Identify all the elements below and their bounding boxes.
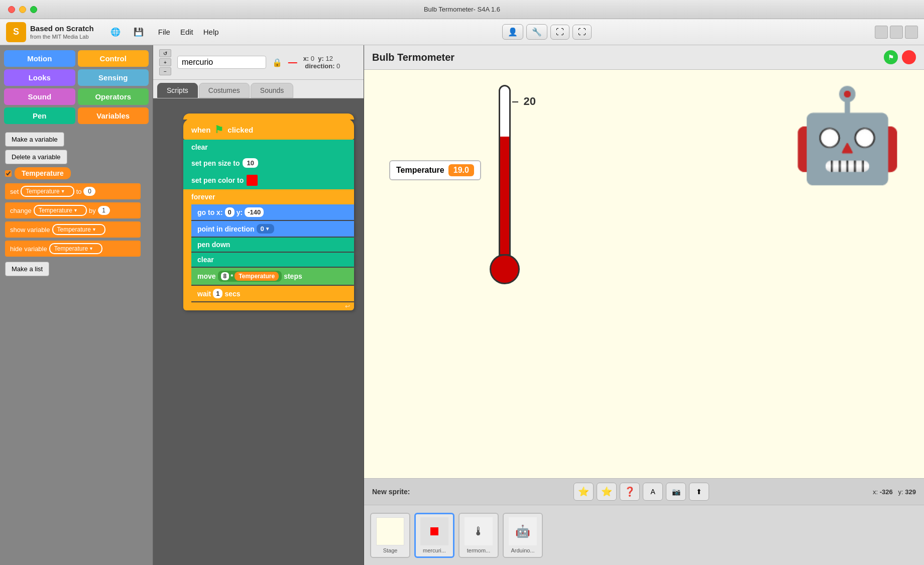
make-variable-button[interactable]: Make a variable [5, 132, 64, 147]
set-variable-block[interactable]: set Temperature to 0 [5, 183, 141, 199]
make-variable-btn-row: Make a variable [5, 132, 148, 150]
minimize-button[interactable] [19, 6, 26, 13]
window-title: Bulb Termometer- S4A 1.6 [424, 6, 500, 13]
thermo-tube-wrapper: 20 [499, 85, 511, 256]
show-variable-block[interactable]: show variable Temperature [5, 221, 141, 238]
new-sprite-upload-btn[interactable]: ⬆ [689, 483, 709, 501]
sprite-thumb-arduino[interactable]: 🤖 Arduino... [503, 513, 543, 558]
forever-bottom: ↩ [183, 302, 354, 310]
layout-btn2[interactable]: ⛶ [572, 25, 592, 40]
save-icon[interactable]: 💾 [131, 25, 146, 40]
sprite-thumb-mercurio[interactable]: mercuri... [414, 513, 454, 558]
view-btn-3[interactable] [905, 26, 918, 39]
user-icon-btn[interactable]: 👤 [502, 24, 523, 40]
tab-costumes[interactable]: Costumes [199, 83, 250, 98]
sprite-nav-refresh[interactable]: ↺ [159, 49, 171, 57]
set-pen-color-block[interactable]: set pen color to [183, 171, 354, 189]
new-sprite-paint-btn[interactable]: ⭐ [573, 483, 594, 501]
globe-icon[interactable]: 🌐 [108, 25, 123, 40]
settings-btn[interactable]: 🔧 [526, 24, 547, 40]
view-btn-2[interactable] [890, 26, 903, 39]
category-motion[interactable]: Motion [4, 50, 75, 67]
move-formula: 8 * Temperature [218, 271, 282, 282]
pen-size-value[interactable]: 10 [243, 158, 258, 168]
change-var-dropdown[interactable]: Temperature [34, 205, 87, 216]
category-buttons: Motion Control Looks Sensing Sound Opera… [0, 45, 153, 129]
change-value-input[interactable]: 1 [98, 206, 110, 215]
set-pen-size-block[interactable]: set pen size to 10 [183, 155, 354, 171]
times-value[interactable]: 8 [221, 272, 229, 280]
file-menu[interactable]: File [158, 28, 170, 36]
show-var-dropdown[interactable]: Temperature [52, 224, 105, 235]
point-direction-block[interactable]: point in direction 0▼ [191, 221, 354, 237]
category-looks[interactable]: Looks [4, 69, 75, 86]
new-sprite-buttons: ⭐ ⭐ ❓ A 📷 ⬆ [573, 483, 709, 501]
forever-block-header[interactable]: forever [183, 189, 354, 204]
go-y-value[interactable]: -140 [245, 207, 264, 217]
thermo-bulb [490, 254, 520, 284]
pen-down-block[interactable]: pen down [191, 238, 354, 252]
close-button[interactable] [8, 6, 15, 13]
forever-inner: go to x: 0 y: -140 point in direction 0▼ [191, 204, 354, 302]
edit-menu[interactable]: Edit [180, 28, 193, 36]
go-to-block[interactable]: go to x: 0 y: -140 [191, 204, 354, 220]
new-sprite-label: New sprite: [372, 488, 410, 496]
category-pen[interactable]: Pen [4, 107, 75, 124]
category-sensing[interactable]: Sensing [78, 69, 149, 86]
category-control[interactable]: Control [78, 50, 149, 67]
fullscreen-btn[interactable]: ⛶ [550, 25, 569, 40]
red-dash: — [288, 57, 297, 68]
category-variables[interactable]: Variables [78, 107, 149, 124]
green-flag-button[interactable]: ⚑ [884, 50, 898, 64]
set-to-label: to [76, 188, 82, 195]
hide-variable-block[interactable]: hide variable Temperature [5, 241, 141, 257]
new-sprite-stamp-btn[interactable]: ⭐ [597, 483, 617, 501]
category-operators[interactable]: Operators [78, 88, 149, 105]
temperature-display: Temperature 19.0 [389, 160, 481, 180]
script-block-group: when ⚑ clicked clear set pen size to 10 [183, 119, 354, 310]
change-label: change [10, 207, 32, 214]
red-stop-button[interactable] [902, 50, 916, 64]
tab-scripts[interactable]: Scripts [157, 83, 198, 98]
clear-block-1[interactable]: clear [183, 140, 354, 155]
new-sprite-camera-btn[interactable]: 📷 [666, 483, 686, 501]
hide-var-dropdown[interactable]: Temperature [49, 243, 102, 254]
when-flag-clicked-block[interactable]: when ⚑ clicked [183, 119, 354, 140]
go-x-value[interactable]: 0 [225, 207, 235, 217]
stage-x: -326 [880, 488, 893, 496]
stage-header: Bulb Termometer ⚑ [364, 45, 924, 70]
set-var-dropdown[interactable]: Temperature [21, 186, 74, 197]
delete-variable-button[interactable]: Delete a variable [5, 150, 67, 164]
temperature-checkbox[interactable] [5, 170, 12, 177]
view-buttons [875, 26, 918, 39]
sprite-nav-up[interactable]: + [159, 58, 171, 66]
new-sprite-file-btn[interactable]: A [643, 483, 663, 501]
clear-block-2[interactable]: clear [191, 253, 354, 267]
temperature-var-block[interactable]: Temperature [235, 272, 279, 281]
wait-value[interactable]: 1 [213, 289, 222, 298]
wait-block[interactable]: wait 1 secs [191, 286, 354, 301]
menu-items: File Edit Help [158, 28, 219, 36]
make-list-button[interactable]: Make a list [5, 262, 49, 276]
forever-label: forever [191, 193, 215, 201]
robot-icon: 🤖 [791, 90, 904, 180]
change-variable-block[interactable]: change Temperature by 1 [5, 202, 141, 218]
sprite-thumb-stage[interactable]: Stage [370, 513, 410, 558]
thermometer: 20 [490, 85, 520, 284]
maximize-button[interactable] [30, 6, 37, 13]
move-block[interactable]: move 8 * Temperature steps [191, 268, 354, 285]
tab-sounds[interactable]: Sounds [251, 83, 293, 98]
help-menu[interactable]: Help [203, 28, 219, 36]
sprite-thumb-termom[interactable]: 🌡 termom... [458, 513, 499, 558]
sprite-name-input[interactable] [177, 56, 266, 69]
category-sound[interactable]: Sound [4, 88, 75, 105]
secs-label: secs [224, 290, 240, 298]
make-list-btn-row: Make a list [5, 260, 148, 276]
set-value-input[interactable]: 0 [83, 187, 95, 196]
arduino-thumb-preview: 🤖 [509, 517, 537, 545]
view-btn-1[interactable] [875, 26, 888, 39]
point-dir-value[interactable]: 0▼ [257, 224, 274, 234]
new-sprite-question-btn[interactable]: ❓ [620, 483, 640, 501]
sprite-nav-down[interactable]: − [159, 67, 171, 75]
pen-color-swatch[interactable] [247, 175, 258, 186]
